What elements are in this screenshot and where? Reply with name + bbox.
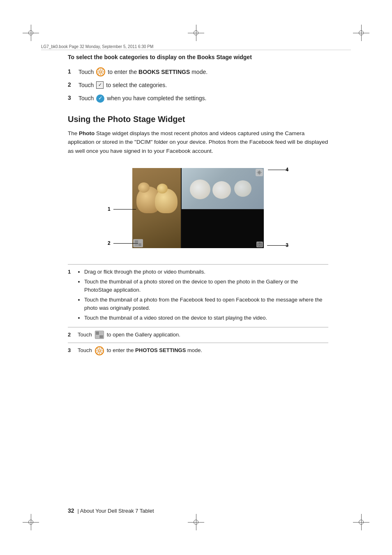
reg-mark-tm — [188, 25, 204, 41]
desc-row-1: 1 Drag or flick through the photo or vid… — [68, 264, 328, 327]
desc-num-1: 1 — [68, 264, 78, 327]
step-row-3: 3 Touch to enter the PHOTOS SETTINGS mod… — [68, 343, 328, 359]
bullet-1-3: Touch the thumbnail of a photo from the … — [84, 296, 327, 312]
hamster-1 — [190, 180, 210, 199]
main-content: To select the book categories to display… — [68, 53, 328, 360]
step-3: 3 Touch ✓ when you have completed the se… — [68, 94, 328, 103]
step3-text-after: when you have completed the settings. — [107, 94, 206, 103]
step1-text-before: Touch — [78, 67, 94, 76]
check-square-icon: ✓ — [96, 81, 104, 89]
step-2: 2 Touch ✓ to select the categories. — [68, 81, 328, 90]
gallery-icon — [95, 331, 104, 339]
callout-line-2 — [113, 243, 138, 244]
teddy-head-1 — [138, 182, 150, 193]
step3-row-before: Touch — [78, 346, 92, 355]
callout-1: 1 — [108, 209, 136, 210]
check-circle-icon: ✓ — [96, 94, 104, 103]
photo-widget-diagram: 1 2 3 4 — [108, 164, 288, 254]
settings-gear-icon-1 — [96, 67, 105, 76]
photo-right-bottom — [182, 210, 264, 248]
photo-camera-btn[interactable] — [256, 242, 263, 247]
callout-line-1 — [113, 209, 136, 210]
step-num-row-2: 2 — [68, 327, 78, 343]
photo-settings-btn[interactable] — [256, 169, 263, 176]
callout-line-3 — [267, 245, 288, 246]
reg-mark-br — [353, 514, 369, 530]
step-num-3: 3 — [68, 94, 75, 102]
step-content-2: Touch ✓ to select the categories. — [78, 81, 167, 90]
photo-widget-image — [132, 168, 264, 248]
step-content-row-2: Touch to open the Gallery application. — [78, 327, 328, 343]
svg-point-3 — [259, 244, 261, 245]
desc-content-1: Drag or flick through the photo or video… — [78, 264, 328, 327]
section2-desc: The Photo Stage widget displays the most… — [68, 129, 328, 156]
callout-4: 4 — [268, 170, 288, 170]
steps-list-1: 1 Touch to enter the BOOKS SETTINGS mode… — [68, 67, 328, 103]
page-number: 32 — [68, 507, 74, 514]
step3-row-after: to enter the PHOTOS SETTINGS mode. — [107, 346, 202, 355]
step-content-3: Touch ✓ when you have completed the sett… — [78, 94, 206, 103]
step-content-1: Touch to enter the BOOKS SETTINGS mode. — [78, 67, 208, 76]
bullet-1-2: Touch the thumbnail of a photo stored on… — [84, 278, 327, 294]
step2-row-before: Touch — [78, 331, 92, 339]
callout-2: 2 — [108, 243, 138, 244]
page-footer: 32 | About Your Dell Streak 7 Tablet — [68, 507, 328, 514]
step-row-2: 2 Touch to open the — [68, 327, 328, 343]
step-content-row-3: Touch to enter the PHOTOS SETTINGS mode. — [78, 343, 328, 359]
step-1: 1 Touch to enter the BOOKS SETTINGS mode… — [68, 67, 328, 76]
callout-3: 3 — [267, 245, 288, 246]
hamster-3 — [234, 180, 251, 197]
callout-num-4: 4 — [286, 167, 288, 173]
bullet-list-1: Drag or flick through the photo or video… — [78, 268, 327, 322]
section1-title: To select the book categories to display… — [68, 53, 328, 62]
svg-point-1 — [258, 172, 260, 173]
reg-mark-tl — [23, 25, 39, 41]
reg-mark-bl — [23, 514, 39, 530]
step-num-row-3: 3 — [68, 343, 78, 359]
header-text: LG7_bk0.book Page 32 Monday, September 5… — [41, 44, 153, 49]
photo-right-top — [182, 168, 264, 209]
settings-gear-icon-3 — [95, 346, 104, 355]
svg-point-4 — [98, 350, 100, 352]
callout-num-3: 3 — [286, 242, 288, 248]
step2-row-after: to open the Gallery application. — [107, 331, 180, 339]
bullet-1-1: Drag or flick through the photo or video… — [84, 268, 327, 276]
section2-heading: Using the Photo Stage Widget — [68, 115, 328, 124]
step3-inline: Touch to enter the PHOTOS SETTINGS mode. — [78, 346, 327, 355]
reg-mark-bm — [188, 514, 204, 530]
desc-table: 1 Drag or flick through the photo or vid… — [68, 264, 328, 359]
step2-text-before: Touch — [78, 81, 94, 90]
hamster-2 — [212, 181, 231, 199]
header-line: LG7_bk0.book Page 32 Monday, September 5… — [41, 44, 351, 50]
step3-text-before: Touch — [78, 94, 94, 103]
step2-inline: Touch to open the Gallery application. — [78, 331, 327, 339]
step1-text-after: to enter the BOOKS SETTINGS mode. — [108, 67, 208, 76]
step-num-2: 2 — [68, 81, 75, 89]
reg-mark-tr — [353, 25, 369, 41]
footer-text: | About Your Dell Streak 7 Tablet — [78, 508, 154, 514]
teddy-head-2 — [157, 184, 168, 193]
photo-left — [132, 168, 181, 248]
step-num-1: 1 — [68, 67, 75, 76]
svg-point-0 — [100, 71, 102, 73]
callout-num-1: 1 — [108, 206, 111, 212]
step2-text-after: to select the categories. — [106, 81, 167, 90]
callout-num-2: 2 — [108, 240, 111, 246]
bullet-1-4: Touch the thumbnail of a video stored on… — [84, 314, 327, 322]
